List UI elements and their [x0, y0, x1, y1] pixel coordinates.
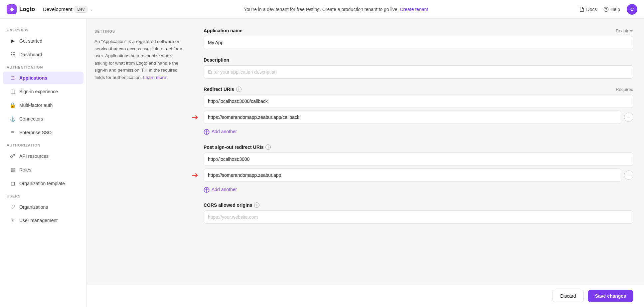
user-management-icon: ♀ [9, 217, 16, 223]
settings-heading: SETTINGS [94, 29, 185, 33]
settings-description: An "Application" is a registered softwar… [94, 38, 185, 81]
save-changes-button[interactable]: Save changes [588, 290, 633, 302]
sidebar-item-connectors[interactable]: ⚓ Connectors [3, 112, 83, 125]
redirect-uri-input-2[interactable] [204, 111, 621, 124]
api-resources-icon: ☍ [9, 153, 16, 159]
user-management-label: User management [19, 218, 58, 223]
header-notice: You're in a dev tenant for free testing.… [98, 7, 574, 12]
app-name-row: Application name Required [204, 28, 633, 49]
help-icon [603, 7, 609, 12]
get-started-icon: ▶ [9, 38, 16, 44]
add-another-redirect-icon: ⨁ [204, 128, 210, 135]
redirect-uri-input-1[interactable] [204, 95, 633, 108]
app-name-input[interactable] [204, 36, 633, 49]
connectors-label: Connectors [19, 116, 43, 122]
description-input[interactable] [204, 65, 633, 79]
overview-section-label: OVERVIEW [0, 24, 86, 34]
sidebar-item-organizations[interactable]: ♡ Organizations [3, 200, 83, 213]
description-row: Description [204, 57, 633, 79]
docs-link[interactable]: Docs [579, 7, 597, 12]
tenant-badge: Development Dev ⌄ [43, 6, 93, 13]
sign-in-icon: ◫ [9, 88, 16, 95]
settings-description-panel: SETTINGS An "Application" is a registere… [86, 19, 193, 285]
sidebar-item-api-resources[interactable]: ☍ API resources [3, 150, 83, 162]
arrow-indicator-2: ➔ [192, 170, 198, 180]
help-link[interactable]: Help [603, 7, 620, 12]
dashboard-icon: ☷ [9, 51, 16, 58]
cors-label: CORS allowed origins i [204, 202, 259, 208]
sidebar-item-mfa[interactable]: 🔒 Multi-factor auth [3, 99, 83, 112]
get-started-label: Get started [19, 38, 42, 44]
connectors-icon: ⚓ [9, 116, 16, 122]
tenant-dropdown-button[interactable]: ⌄ [89, 7, 93, 12]
content-inner: SETTINGS An "Application" is a registere… [86, 19, 644, 285]
roles-label: Roles [19, 167, 31, 172]
redirect-uris-required: Required [616, 87, 633, 92]
sidebar-item-dashboard[interactable]: ☷ Dashboard [3, 48, 83, 61]
form-panel: Application name Required Description [193, 19, 644, 285]
sign-in-label: Sign-in experience [19, 89, 58, 94]
sidebar-item-applications[interactable]: □ Applications [3, 72, 83, 84]
mfa-label: Multi-factor auth [19, 103, 53, 108]
sidebar: OVERVIEW ▶ Get started ☷ Dashboard AUTHE… [0, 19, 86, 307]
add-another-redirect-button[interactable]: ⨁ Add another [204, 127, 237, 137]
post-signout-uri-row-1 [204, 153, 633, 166]
logo-area: ◆ Logto [7, 4, 35, 14]
api-resources-label: API resources [19, 154, 49, 159]
post-signout-uri-input-1[interactable] [204, 153, 633, 166]
sidebar-item-get-started[interactable]: ▶ Get started [3, 34, 83, 47]
authentication-section-label: AUTHENTICATION [0, 61, 86, 71]
redirect-uri-row-1 [204, 95, 633, 108]
redirect-uri-row-2: ➔ − [204, 111, 633, 124]
redirect-uris-label: Redirect URIs i [204, 87, 242, 92]
docs-icon [579, 7, 584, 12]
sidebar-item-user-management[interactable]: ♀ User management [3, 214, 83, 227]
description-label: Description [204, 57, 229, 63]
app-name-label: Application name [204, 28, 242, 33]
org-template-label: Organization template [19, 181, 65, 186]
organizations-icon: ♡ [9, 204, 16, 210]
redirect-uris-row: Redirect URIs i Required ➔ − [204, 87, 633, 137]
tenant-name: Development [43, 6, 72, 12]
post-signout-row: Post sign-out redirect URIs i ➔ − [204, 145, 633, 194]
learn-more-link[interactable]: Learn more [143, 75, 166, 80]
arrow-indicator-1: ➔ [192, 113, 198, 122]
dev-badge: Dev [75, 6, 87, 13]
post-signout-label: Post sign-out redirect URIs i [204, 145, 271, 150]
enterprise-sso-label: Enterprise SSO [19, 130, 52, 135]
sidebar-item-roles[interactable]: ▧ Roles [3, 163, 83, 176]
org-template-icon: ◻ [9, 180, 16, 186]
cors-row: CORS allowed origins i [204, 202, 633, 224]
authorization-section-label: AUTHORIZATION [0, 139, 86, 149]
dashboard-label: Dashboard [19, 52, 42, 57]
footer-bar: Discard Save changes [86, 285, 644, 307]
top-header: ◆ Logto Development Dev ⌄ You're in a de… [0, 0, 644, 19]
organizations-label: Organizations [19, 204, 48, 210]
logo-text: Logto [19, 6, 35, 13]
applications-label: Applications [19, 75, 47, 81]
sidebar-item-sign-in-experience[interactable]: ◫ Sign-in experience [3, 85, 83, 98]
cors-info-icon[interactable]: i [254, 202, 259, 208]
create-tenant-link[interactable]: Create tenant [400, 7, 428, 12]
post-signout-uri-input-2[interactable] [204, 168, 621, 182]
logto-logo: ◆ [7, 4, 17, 14]
roles-icon: ▧ [9, 166, 16, 173]
enterprise-sso-icon: ⚰ [9, 129, 16, 136]
post-signout-uri-row-2: ➔ − [204, 168, 633, 182]
users-section-label: USERS [0, 190, 86, 200]
header-right: Docs Help C [579, 4, 637, 15]
applications-icon: □ [9, 75, 16, 81]
remove-post-signout-uri-button[interactable]: − [624, 170, 633, 180]
cors-input[interactable] [204, 210, 633, 224]
remove-redirect-uri-button[interactable]: − [624, 113, 633, 122]
redirect-uris-info-icon[interactable]: i [236, 87, 242, 92]
avatar[interactable]: C [627, 4, 637, 15]
sidebar-item-enterprise-sso[interactable]: ⚰ Enterprise SSO [3, 126, 83, 139]
discard-button[interactable]: Discard [553, 290, 583, 302]
post-signout-info-icon[interactable]: i [265, 145, 271, 150]
sidebar-item-org-template[interactable]: ◻ Organization template [3, 177, 83, 190]
add-another-post-signout-button[interactable]: ⨁ Add another [204, 184, 237, 194]
add-another-post-icon: ⨁ [204, 186, 210, 193]
content-area: SETTINGS An "Application" is a registere… [86, 19, 644, 285]
mfa-icon: 🔒 [9, 102, 16, 108]
